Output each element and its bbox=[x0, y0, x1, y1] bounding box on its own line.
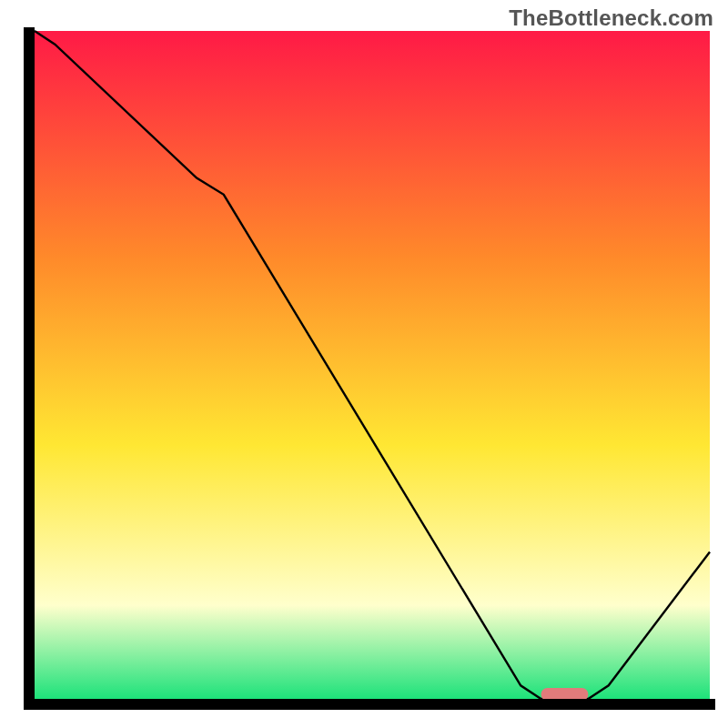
bottleneck-chart bbox=[0, 0, 728, 728]
watermark-text: TheBottleneck.com bbox=[509, 5, 713, 31]
chart-container: TheBottleneck.com bbox=[0, 0, 728, 728]
optimum-marker bbox=[541, 688, 589, 701]
plot-background bbox=[35, 31, 710, 699]
